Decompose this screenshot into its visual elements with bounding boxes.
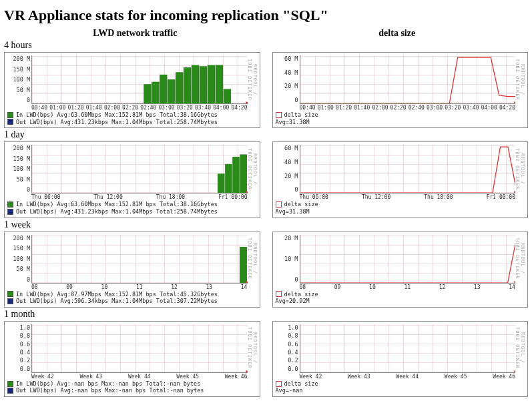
legend-row: Avg=31.38M (276, 208, 525, 216)
y-tick: 100 M (7, 165, 30, 172)
legend-row: Avg=-nan (276, 387, 525, 394)
x-tick: 12 (439, 284, 446, 290)
x-tick: 14 (509, 284, 515, 290)
y-axis-ticks: 60 M40 M20 M0 (276, 55, 298, 103)
plot-area (31, 55, 248, 104)
network-chart: 200 M150 M100 M50 M0RRDTOOL / TOBI OETIK… (4, 52, 260, 128)
legend-text: Out LWD(bps) Avg:431.23kbps Max:1.04Mbps… (16, 119, 218, 126)
x-tick: 08 (300, 284, 306, 290)
column-headers: LWD network traffic delta size (4, 28, 528, 39)
y-axis-ticks: 1.00.80.60.40.20.0 (276, 324, 298, 372)
x-tick: 02:40 (409, 105, 425, 111)
y-tick: 20 M (276, 83, 298, 89)
svg-rect-7 (200, 66, 207, 103)
legend-swatch (276, 202, 282, 208)
x-tick: 08 (31, 284, 38, 290)
chart-legend: In LWD(bps) Avg:-nan bps Max:-nan bps To… (7, 380, 257, 394)
legend-swatch (276, 291, 282, 297)
legend-row: delta size (276, 291, 525, 298)
x-tick: Thu 18:00 (156, 194, 185, 200)
y-tick: 0.6 (7, 341, 30, 348)
y-axis-ticks: 200 M150 M100 M50 M0 (7, 235, 30, 283)
y-tick: 0 (276, 276, 298, 283)
y-tick: 0.0 (7, 366, 30, 372)
x-tick: 13 (474, 284, 481, 290)
y-tick: 50 M (7, 176, 30, 183)
chart-legend: In LWD(bps) Avg:63.60Mbps Max:152.81M bp… (7, 201, 257, 215)
x-tick: 00:40 (31, 105, 47, 111)
x-tick: Thu 12:00 (93, 194, 122, 200)
y-tick: 150 M (7, 245, 30, 252)
x-tick: 04:00 (213, 105, 229, 111)
x-tick: Thu 06:00 (300, 194, 328, 200)
x-tick: Week 42 (300, 374, 322, 380)
plot-area (31, 145, 248, 193)
x-tick: 02:20 (390, 105, 407, 111)
legend-text: Avg=20.92M (276, 298, 310, 305)
y-tick: 1.0 (276, 324, 298, 331)
y-tick: 200 M (7, 145, 30, 151)
y-tick: 0 (7, 97, 30, 103)
time-range-label: 1 day (4, 129, 528, 140)
chart-legend: delta sizeAvg=31.38M (276, 111, 525, 125)
x-tick: Fri 00:00 (218, 194, 247, 200)
delta-chart: 60 M40 M20 M0RRDTOOL / TOBI OETIKERThu 0… (272, 141, 529, 218)
x-tick: 09 (66, 284, 73, 290)
legend-row: delta size (276, 380, 525, 388)
time-range-label: 4 hours (4, 40, 528, 51)
legend-row: Out LWD(bps) Avg:431.23kbps Max:1.04Mbps… (7, 208, 257, 216)
legend-swatch (7, 298, 13, 304)
legend-row: delta size (276, 201, 525, 208)
x-axis-ticks: Week 42Week 43Week 44Week 45Week 46 (300, 374, 516, 380)
chart-legend: delta sizeAvg=-nan (276, 380, 525, 394)
x-tick: 02:20 (122, 105, 138, 111)
rrdtool-caption: RRDTOOL / TOBI OETIKER (250, 55, 258, 103)
svg-rect-5 (184, 67, 191, 103)
x-tick: Week 46 (493, 374, 515, 380)
column-header-left: LWD network traffic (4, 28, 266, 39)
x-tick: Week 42 (31, 374, 54, 380)
y-tick: 20 M (276, 235, 298, 242)
x-tick: 01:20 (67, 105, 83, 111)
plot-area (300, 235, 516, 284)
svg-rect-14 (225, 164, 232, 193)
chart-row: 200 M150 M100 M50 M0RRDTOOL / TOBI OETIK… (4, 232, 528, 308)
x-tick: 02:00 (372, 105, 388, 111)
legend-row: In LWD(bps) Avg:87.97Mbps Max:152.81M bp… (7, 291, 257, 298)
x-tick: Thu 18:00 (424, 194, 453, 200)
y-tick: 0.2 (276, 357, 298, 364)
x-tick: Week 44 (396, 374, 419, 380)
y-tick: 0.6 (276, 341, 298, 348)
svg-rect-16 (240, 155, 247, 193)
x-tick: 04:00 (481, 105, 497, 111)
chart-legend: In LWD(bps) Avg:87.97Mbps Max:152.81M bp… (7, 291, 257, 305)
legend-text: Out LWD(bps) Avg:431.23kbps Max:1.04Mbps… (16, 208, 218, 216)
svg-marker-21 (514, 281, 515, 283)
x-tick: 01:20 (336, 105, 352, 111)
chart-legend: delta sizeAvg=31.38M (276, 201, 525, 215)
legend-text: In LWD(bps) Avg:63.60Mbps Max:152.81M bp… (16, 111, 218, 119)
y-tick: 150 M (7, 155, 30, 162)
x-tick: 12 (171, 284, 178, 290)
x-tick: 09 (334, 284, 341, 290)
svg-marker-12 (514, 101, 515, 103)
plot-area (300, 324, 516, 373)
y-tick: 0 (7, 276, 30, 283)
delta-chart: 20 M10 M0RRDTOOL / TOBI OETIKER080910111… (272, 232, 529, 308)
y-tick: 0.4 (7, 349, 30, 356)
network-chart: 200 M150 M100 M50 M0RRDTOOL / TOBI OETIK… (4, 141, 260, 218)
svg-marker-18 (514, 191, 515, 193)
x-tick: 13 (206, 284, 212, 290)
y-tick: 0.8 (276, 332, 298, 339)
y-tick: 100 M (7, 76, 30, 83)
chart-row: 200 M150 M100 M50 M0RRDTOOL / TOBI OETIK… (4, 141, 528, 218)
svg-rect-1 (152, 82, 159, 103)
legend-text: delta size (284, 380, 318, 388)
legend-text: Avg=-nan (276, 387, 303, 394)
y-tick: 50 M (7, 266, 30, 272)
svg-marker-23 (514, 370, 515, 372)
legend-text: delta size (284, 111, 318, 119)
svg-rect-3 (168, 79, 175, 103)
legend-swatch (7, 291, 13, 297)
legend-row: Out LWD(bps) Avg:-nan bps Max:-nan bps T… (7, 387, 257, 394)
